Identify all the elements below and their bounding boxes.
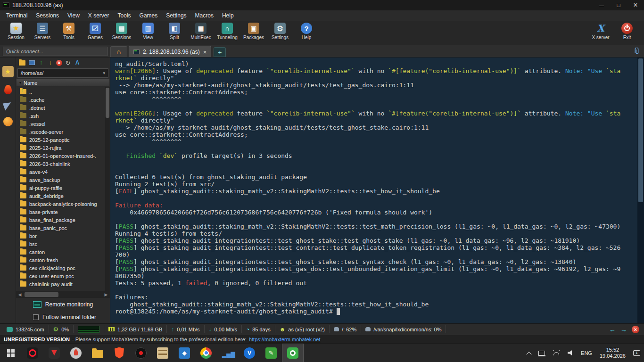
taskbar-app-chrome[interactable]	[195, 344, 217, 362]
menu-item-terminal[interactable]: Terminal	[2, 10, 32, 21]
tray-volume-button[interactable]	[564, 344, 577, 362]
menu-item-settings[interactable]: Settings	[162, 10, 190, 21]
file-row[interactable]: ai-puppy-raffle	[18, 184, 104, 192]
toolbar-settings-button[interactable]: Settings	[267, 22, 293, 40]
toolbar-xserver-button[interactable]: X server	[587, 22, 614, 40]
menu-item-games[interactable]: Games	[135, 10, 162, 21]
menu-item-view[interactable]: View	[63, 10, 84, 21]
file-row[interactable]: cex-user-enum-poc	[18, 272, 104, 280]
file-row[interactable]: bsc	[18, 240, 104, 248]
file-row[interactable]: aave-v4	[18, 168, 104, 176]
home-tab[interactable]	[110, 46, 127, 57]
orange-ball-icon[interactable]	[3, 117, 13, 126]
file-list-scroll-thumb[interactable]	[106, 88, 109, 118]
file-row[interactable]: 2025-12-panoptic	[18, 136, 104, 144]
taskbar-app-notes[interactable]	[260, 344, 282, 362]
paperclip-icon[interactable]	[634, 48, 640, 55]
quick-connect-input[interactable]	[3, 47, 107, 56]
file-list-scrollbar[interactable]	[105, 87, 110, 291]
encoding-icon[interactable]	[74, 59, 81, 66]
hscroll-left-arrow[interactable]	[16, 292, 24, 297]
session-tab-active[interactable]: 2. 188.208.103.96 (as)	[129, 46, 211, 57]
file-row[interactable]: 2026-01-opencover-insured-.	[18, 152, 104, 160]
file-row[interactable]: .vessel	[18, 120, 104, 128]
file-list-hscrollbar[interactable]	[16, 291, 110, 298]
refresh-icon[interactable]	[64, 59, 72, 66]
start-button[interactable]	[0, 344, 22, 362]
minimize-button[interactable]	[593, 0, 610, 10]
close-button[interactable]	[627, 0, 644, 10]
taskbar-app-blue-diamond[interactable]	[173, 344, 195, 362]
tray-network-button[interactable]	[549, 344, 564, 362]
new-tab-button[interactable]	[214, 47, 226, 57]
file-row[interactable]: 2026-03-chainlink	[18, 160, 104, 168]
file-row[interactable]: chainlink-pay-audit	[18, 280, 104, 288]
clock[interactable]: 15:52 19.04.2026	[596, 344, 629, 362]
toolbar-help-button[interactable]: Help	[293, 22, 320, 40]
file-row[interactable]: audit_debridge	[18, 192, 104, 200]
file-row[interactable]: bor	[18, 232, 104, 240]
file-row[interactable]: .vscode-server	[18, 128, 104, 136]
taskbar-app-capture[interactable]	[282, 344, 304, 362]
download-icon[interactable]	[47, 59, 54, 66]
taskbar-app-rocket[interactable]	[65, 344, 87, 362]
file-row[interactable]: .cache	[18, 96, 104, 104]
menu-item-sessions[interactable]: Sessions	[32, 10, 63, 21]
file-row[interactable]: canton	[18, 248, 104, 256]
tab-close-icon[interactable]	[203, 48, 207, 56]
taskbar-app-recorder[interactable]	[130, 344, 152, 362]
file-row[interactable]: base_final_package	[18, 216, 104, 224]
terminal-output[interactable]: ng_audit/Scarb.toml)warn[E2066]: Usage o…	[110, 58, 637, 323]
toolbar-servers-button[interactable]: Servers	[29, 22, 56, 40]
taskbar-app-archive[interactable]	[152, 344, 173, 362]
taskbar-file-explorer[interactable]	[87, 344, 108, 362]
hscroll-right-arrow[interactable]	[102, 292, 110, 297]
menu-item-help[interactable]: Help	[218, 10, 238, 21]
file-row[interactable]: ..	[18, 88, 104, 96]
fire-icon[interactable]	[4, 85, 12, 94]
menu-item-macros[interactable]: Macros	[191, 10, 218, 21]
upload-icon[interactable]	[37, 59, 45, 66]
favorites-star-icon[interactable]	[2, 66, 14, 77]
file-row[interactable]: .dotnet	[18, 104, 104, 112]
tray-device-button[interactable]	[535, 344, 549, 362]
file-row[interactable]: canton-fresh	[18, 256, 104, 264]
menu-item-x-server[interactable]: X server	[84, 10, 114, 21]
menu-item-tools[interactable]: Tools	[114, 10, 135, 21]
toolbar-tools-button[interactable]: Tools	[56, 22, 82, 40]
taskbar-app-charts[interactable]	[217, 344, 239, 362]
toolbar-exit-button[interactable]: Exit	[614, 22, 640, 40]
file-row[interactable]: .ssh	[18, 112, 104, 120]
file-row[interactable]: base_panic_poc	[18, 224, 104, 232]
close-session-icon[interactable]	[632, 326, 639, 333]
taskbar-app-v[interactable]	[239, 344, 260, 362]
toolbar-view-button[interactable]: View	[135, 22, 161, 40]
terminal-scrollbar[interactable]	[637, 58, 644, 323]
remote-monitoring-button[interactable]: Remote monitoring	[16, 298, 110, 311]
maximize-button[interactable]	[610, 0, 627, 10]
toolbar-packages-button[interactable]: Packages	[240, 22, 267, 40]
taskbar-app-opera[interactable]	[22, 344, 43, 362]
toolbar-games-button[interactable]: Games	[82, 22, 108, 40]
toolbar-multiexec-button[interactable]: MultiExec	[188, 22, 214, 40]
notification-button[interactable]: 1	[629, 344, 644, 362]
file-row[interactable]: aave_backup	[18, 176, 104, 184]
new-folder-icon[interactable]	[18, 59, 26, 66]
toolbar-tunneling-button[interactable]: Tunneling	[214, 22, 240, 40]
prev-tab-arrow-icon[interactable]	[609, 326, 616, 333]
language-indicator[interactable]: ENG	[577, 344, 596, 362]
toolbar-sessions-button[interactable]: Sessions	[108, 22, 135, 40]
toolbar-session-button[interactable]: Session	[3, 22, 29, 40]
follow-folder-checkbox[interactable]	[33, 314, 39, 320]
file-row[interactable]: backpack-analytics-poisoning	[18, 200, 104, 208]
file-row[interactable]: 2025-12-rujira	[18, 144, 104, 152]
terminal-scroll-thumb[interactable]	[638, 58, 643, 202]
taskbar-app-brave[interactable]	[108, 344, 130, 362]
taskbar-app-dark-red[interactable]	[43, 344, 65, 362]
hscroll-thumb[interactable]	[25, 292, 58, 297]
file-row[interactable]: base-private	[18, 208, 104, 216]
next-tab-arrow-icon[interactable]	[620, 326, 627, 333]
file-row[interactable]: cex-clickjacking-poc	[18, 264, 104, 272]
follow-terminal-folder[interactable]: Follow terminal folder	[16, 311, 110, 323]
tray-expand-button[interactable]	[523, 344, 535, 362]
